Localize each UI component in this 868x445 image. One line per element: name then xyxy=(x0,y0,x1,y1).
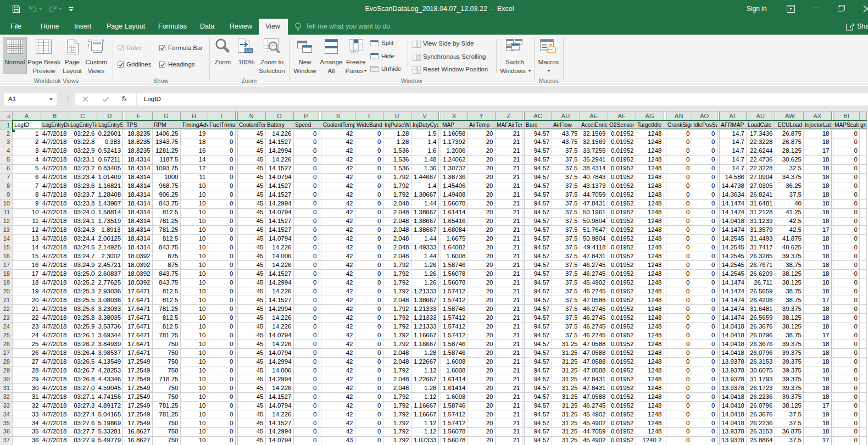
svg-text:100: 100 xyxy=(245,48,252,53)
